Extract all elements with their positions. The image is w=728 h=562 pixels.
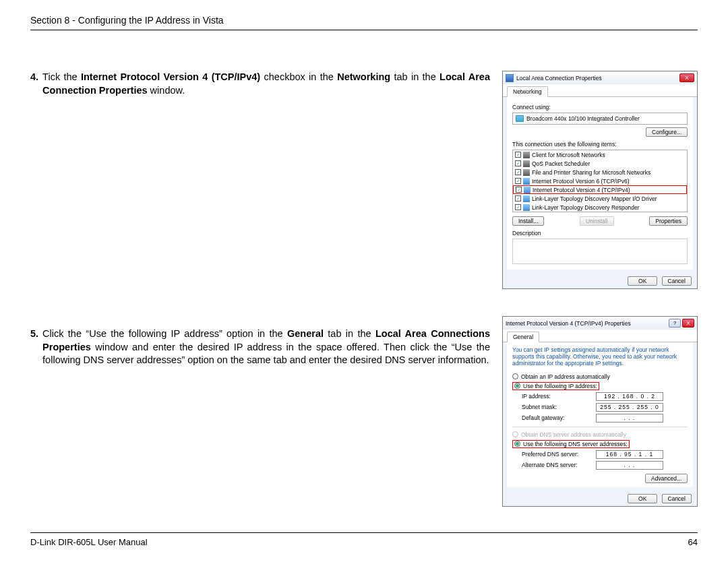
ok-button[interactable]: OK [628, 494, 657, 503]
alternate-dns-input[interactable]: . . . [596, 461, 663, 470]
adapter-field[interactable]: Broadcom 440x 10/100 Integrated Controll… [512, 113, 688, 125]
configure-button[interactable]: Configure... [646, 127, 688, 137]
close-icon[interactable]: X [682, 319, 694, 327]
protocol-icon [523, 195, 530, 202]
window-title: Local Area Connection Properties [516, 75, 679, 82]
list-item[interactable]: ✓Client for Microsoft Networks [513, 150, 687, 159]
checkbox-icon[interactable]: ✓ [516, 187, 522, 193]
ok-button[interactable]: OK [628, 276, 657, 286]
radio-obtain-dns-auto: Obtain DNS server address automatically [512, 431, 688, 438]
radio-icon [512, 431, 518, 437]
step-4-number: 4. [30, 71, 38, 97]
radio-use-following-dns[interactable]: Use the following DNS server addresses: [512, 440, 630, 448]
list-item[interactable]: ✓Link-Layer Topology Discovery Responder [513, 203, 687, 212]
connect-using-label: Connect using: [512, 104, 688, 111]
close-icon[interactable]: X [679, 73, 694, 82]
list-item[interactable]: ✓Link-Layer Topology Discovery Mapper I/… [513, 194, 687, 203]
step-5-number: 5. [30, 327, 38, 367]
install-button[interactable]: Install... [512, 216, 544, 226]
items-list[interactable]: ✓Client for Microsoft Networks ✓QoS Pack… [512, 150, 688, 212]
checkbox-icon[interactable]: ✓ [515, 178, 521, 184]
subnet-mask-label: Subnet mask: [522, 404, 596, 410]
ipv4-properties-window: Internet Protocol Version 4 (TCP/IPv4) P… [502, 316, 698, 507]
qos-icon [523, 160, 530, 167]
cancel-button[interactable]: Cancel [662, 276, 692, 286]
list-item[interactable]: ✓QoS Packet Scheduler [513, 159, 687, 168]
section-header: Section 8 - Configuring the IP Address i… [30, 15, 698, 30]
default-gateway-input[interactable]: . . . [596, 414, 663, 423]
radio-icon[interactable] [514, 383, 520, 389]
checkbox-icon[interactable]: ✓ [515, 160, 521, 166]
titlebar[interactable]: Local Area Connection Properties X [503, 71, 697, 84]
preferred-dns-label: Preferred DNS server: [522, 451, 596, 458]
titlebar[interactable]: Internet Protocol Version 4 (TCP/IPv4) P… [503, 317, 697, 330]
description-label: Description [512, 230, 688, 237]
description-box [512, 239, 688, 264]
footer-left: D-Link DIR-605L User Manual [30, 537, 148, 547]
radio-obtain-ip-auto[interactable]: Obtain an IP address automatically [512, 373, 688, 380]
ip-address-input[interactable]: 192 . 168 . 0 . 2 [596, 392, 663, 401]
checkbox-icon[interactable]: ✓ [515, 204, 521, 210]
step-4: 4. Tick the Internet Protocol Version 4 … [30, 71, 490, 97]
alternate-dns-label: Alternate DNS server: [522, 462, 596, 468]
info-text: You can get IP settings assigned automat… [512, 346, 688, 367]
subnet-mask-input[interactable]: 255 . 255 . 255 . 0 [596, 403, 663, 412]
share-icon [523, 169, 530, 176]
radio-icon[interactable] [512, 373, 518, 379]
protocol-icon [524, 187, 530, 193]
nic-icon [516, 115, 524, 122]
uninstall-button: Uninstall [580, 216, 614, 226]
preferred-dns-input[interactable]: 168 . 95 . 1 . 1 [596, 450, 663, 459]
adapter-name: Broadcom 440x 10/100 Integrated Controll… [526, 115, 640, 122]
local-area-connection-properties-window: Local Area Connection Properties X Netwo… [502, 71, 698, 289]
radio-use-following-ip[interactable]: Use the following IP address: [512, 382, 599, 390]
tab-networking[interactable]: Networking [507, 86, 548, 97]
page-number: 64 [688, 537, 698, 547]
list-item-ipv4[interactable]: ✓Internet Protocol Version 4 (TCP/IPv4) [513, 185, 687, 194]
step-4-text: Tick the Internet Protocol Version 4 (TC… [42, 71, 490, 97]
step-5-text: Click the “Use the following IP address”… [42, 327, 490, 367]
cancel-button[interactable]: Cancel [662, 494, 692, 503]
protocol-icon [523, 178, 530, 185]
ip-address-label: IP address: [522, 393, 596, 400]
help-icon[interactable]: ? [669, 319, 681, 327]
default-gateway-label: Default gateway: [522, 414, 596, 421]
tab-general[interactable]: General [507, 332, 539, 342]
list-item[interactable]: ✓File and Printer Sharing for Microsoft … [513, 168, 687, 177]
client-icon [523, 152, 530, 158]
advanced-button[interactable]: Advanced... [645, 474, 688, 483]
radio-icon[interactable] [514, 441, 520, 447]
properties-button[interactable]: Properties [649, 216, 688, 226]
checkbox-icon[interactable]: ✓ [515, 169, 521, 175]
protocol-icon [523, 204, 530, 211]
checkbox-icon[interactable]: ✓ [515, 152, 521, 158]
window-title: Internet Protocol Version 4 (TCP/IPv4) P… [506, 320, 669, 327]
checkbox-icon[interactable]: ✓ [515, 195, 521, 201]
uses-items-label: This connection uses the following items… [512, 141, 688, 148]
window-icon [506, 74, 514, 82]
step-5: 5. Click the “Use the following IP addre… [30, 327, 490, 367]
list-item[interactable]: ✓Internet Protocol Version 6 (TCP/IPv6) [513, 177, 687, 185]
